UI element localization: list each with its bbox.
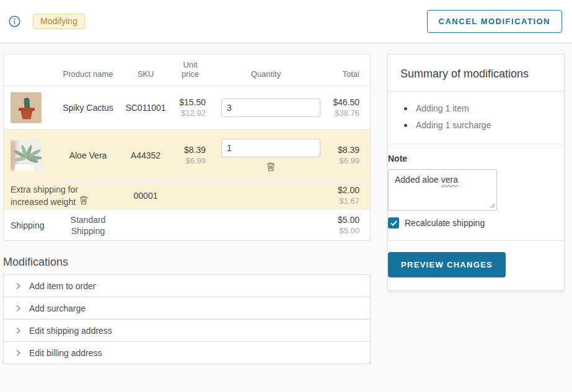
accordion-item-add-surcharge[interactable]: Add surcharge	[3, 297, 371, 320]
topbar: Modifying CANCEL MODIFICATION	[0, 0, 572, 43]
misspelled-word: vera	[441, 175, 458, 185]
status-badge: Modifying	[33, 14, 85, 29]
surcharge-name: Extra shipping for increased weight	[11, 185, 78, 207]
shipping-method: Standard Shipping	[58, 214, 118, 237]
quantity-input[interactable]	[221, 139, 320, 157]
main-content: Product name SKU Unit price Quantity Tot…	[0, 43, 572, 364]
product-name: Aloe Vera	[58, 150, 118, 160]
note-textarea[interactable]: Added aloe vera	[388, 169, 497, 211]
checkbox-checked-icon[interactable]	[388, 217, 399, 229]
accordion-item-edit-shipping-address[interactable]: Edit shipping address	[3, 319, 371, 342]
column-header-total: Total	[325, 69, 370, 79]
quantity-input[interactable]	[221, 98, 320, 117]
product-sku: SC011001	[118, 103, 174, 113]
unit-price: $15.50	[174, 97, 206, 107]
product-name: Spiky Cactus	[58, 103, 118, 113]
line-total: $46.50	[325, 97, 359, 107]
cancel-modification-button[interactable]: CANCEL MODIFICATION	[427, 10, 562, 33]
bullet-icon	[404, 107, 407, 110]
line-total: $2.00	[325, 185, 359, 195]
table-row: Extra shipping for increased weight 0000…	[4, 181, 370, 209]
unit-price: $8.39	[174, 145, 206, 155]
surcharge-sku: 00001	[118, 191, 174, 201]
recalculate-shipping-checkbox-row[interactable]: Recalculate shipping	[388, 217, 564, 229]
summary-list: Adding 1 item Adding 1 surcharge	[400, 92, 552, 144]
bullet-icon	[404, 124, 407, 127]
chevron-right-icon	[15, 305, 21, 312]
summary-title: Summary of modifications	[400, 54, 552, 91]
modifications-accordion: Add item to order Add surcharge Edit shi…	[3, 274, 371, 364]
chevron-right-icon	[15, 282, 21, 290]
chevron-right-icon	[15, 327, 21, 334]
summary-list-item: Adding 1 surcharge	[404, 117, 552, 134]
table-row: Aloe Vera A44352 $8.39 $6.99	[4, 129, 370, 181]
accordion-item-label: Add surcharge	[29, 303, 86, 313]
unit-price-base: $12.92	[174, 108, 206, 118]
column-header-quantity: Quantity	[207, 69, 325, 79]
chevron-right-icon	[15, 349, 21, 357]
trash-icon[interactable]	[79, 195, 88, 205]
unit-price-base: $6.99	[174, 156, 206, 165]
line-total-base: $38.76	[325, 108, 359, 118]
resize-handle[interactable]	[490, 203, 495, 209]
line-total: $8.39	[325, 145, 359, 155]
line-total-base: $6.99	[325, 156, 359, 165]
table-row: Spiky Cactus SC011001 $15.50 $12.92 $46.…	[4, 85, 370, 129]
line-total-base: $1.67	[325, 196, 359, 206]
accordion-item-label: Edit shipping address	[29, 326, 112, 336]
info-icon[interactable]	[9, 15, 20, 27]
summary-panel: Summary of modifications Adding 1 item A…	[387, 54, 565, 291]
modifications-title: Modifications	[3, 256, 371, 269]
preview-changes-button[interactable]: PREVIEW CHANGES	[388, 252, 506, 277]
accordion-item-add-item-to-order[interactable]: Add item to order	[3, 274, 371, 297]
column-header-product-name: Product name	[58, 69, 118, 79]
accordion-item-edit-billing-address[interactable]: Edit billing address	[3, 341, 371, 364]
table-header-row: Product name SKU Unit price Quantity Tot…	[4, 54, 370, 85]
summary-list-item: Adding 1 item	[404, 100, 552, 117]
accordion-item-label: Add item to order	[29, 281, 95, 291]
accordion-item-label: Edit billing address	[29, 348, 102, 358]
shipping-label: Shipping	[4, 220, 58, 230]
note-label: Note	[388, 154, 564, 163]
column-header-sku: SKU	[118, 69, 174, 79]
line-total: $5.00	[325, 215, 359, 225]
product-image-spiky-cactus	[11, 92, 42, 123]
product-sku: A44352	[118, 150, 174, 160]
table-row: Shipping Standard Shipping $5.00 $5.00	[4, 209, 370, 240]
column-header-unit-price: Unit price	[174, 60, 207, 79]
trash-icon[interactable]	[266, 162, 275, 172]
recalculate-shipping-label: Recalculate shipping	[405, 218, 485, 228]
line-total-base: $5.00	[325, 226, 359, 235]
product-image-aloe-vera	[11, 140, 42, 171]
order-items-table: Product name SKU Unit price Quantity Tot…	[3, 54, 371, 241]
